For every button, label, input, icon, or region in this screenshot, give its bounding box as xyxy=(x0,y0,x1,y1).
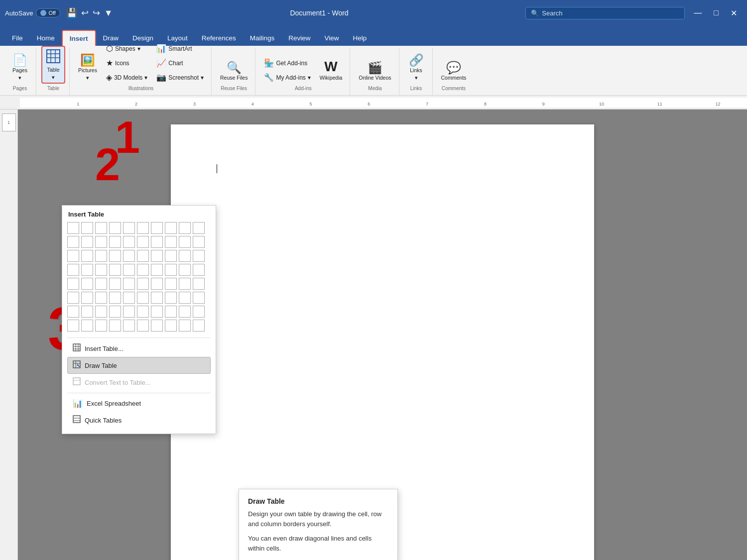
grid-cell[interactable] xyxy=(123,306,135,318)
grid-cell[interactable] xyxy=(81,320,93,332)
grid-cell[interactable] xyxy=(123,250,135,262)
grid-cell[interactable] xyxy=(165,222,177,234)
online-videos-button[interactable]: 🎬 Online Videos xyxy=(355,59,394,84)
grid-cell[interactable] xyxy=(67,222,79,234)
quick-tables-option[interactable]: Quick Tables xyxy=(67,412,211,429)
grid-cell[interactable] xyxy=(81,292,93,304)
grid-cell[interactable] xyxy=(95,306,107,318)
grid-cell[interactable] xyxy=(137,264,149,276)
grid-cell[interactable] xyxy=(179,320,191,332)
grid-cell[interactable] xyxy=(67,306,79,318)
grid-cell[interactable] xyxy=(95,222,107,234)
tab-home[interactable]: Home xyxy=(30,30,62,46)
reuse-files-button[interactable]: 🔍 Reuse Files xyxy=(217,59,251,84)
grid-cell[interactable] xyxy=(95,236,107,248)
minimize-button[interactable]: — xyxy=(689,5,707,21)
excel-spreadsheet-option[interactable]: 📊 Excel Spreadsheet xyxy=(67,395,211,412)
grid-cell[interactable] xyxy=(151,222,163,234)
grid-cell[interactable] xyxy=(179,306,191,318)
grid-cell[interactable] xyxy=(123,278,135,290)
grid-cell[interactable] xyxy=(137,320,149,332)
tab-help[interactable]: Help xyxy=(346,30,374,46)
grid-cell[interactable] xyxy=(165,306,177,318)
grid-cell[interactable] xyxy=(165,320,177,332)
grid-cell[interactable] xyxy=(151,292,163,304)
3dmodels-button[interactable]: ◈ 3D Models ▾ xyxy=(103,71,151,84)
grid-cell[interactable] xyxy=(193,278,205,290)
table-button[interactable]: Table ▾ xyxy=(41,46,65,84)
table-grid[interactable] xyxy=(67,222,211,333)
grid-cell[interactable] xyxy=(109,320,121,332)
grid-cell[interactable] xyxy=(95,250,107,262)
customize-icon[interactable]: ▼ xyxy=(104,8,113,18)
grid-cell[interactable] xyxy=(193,306,205,318)
grid-cell[interactable] xyxy=(151,250,163,262)
get-addins-button[interactable]: 🏪 Get Add-ins xyxy=(260,57,314,69)
tab-file[interactable]: File xyxy=(5,30,30,46)
grid-cell[interactable] xyxy=(179,250,191,262)
chart-button[interactable]: 📈 Chart xyxy=(153,57,207,69)
grid-cell[interactable] xyxy=(67,320,79,332)
shapes-button[interactable]: ⬡ Shapes ▾ xyxy=(103,42,151,55)
redo-icon[interactable]: ↪ xyxy=(93,7,100,18)
grid-cell[interactable] xyxy=(193,320,205,332)
close-button[interactable]: ✕ xyxy=(726,5,742,21)
grid-cell[interactable] xyxy=(95,278,107,290)
pages-button[interactable]: 📄 Pages ▾ xyxy=(8,52,32,84)
grid-cell[interactable] xyxy=(165,264,177,276)
grid-cell[interactable] xyxy=(109,236,121,248)
tab-view[interactable]: View xyxy=(317,30,346,46)
draw-table-option[interactable]: Draw Table xyxy=(67,357,211,374)
grid-cell[interactable] xyxy=(123,236,135,248)
grid-cell[interactable] xyxy=(137,292,149,304)
grid-cell[interactable] xyxy=(109,264,121,276)
grid-cell[interactable] xyxy=(81,264,93,276)
grid-cell[interactable] xyxy=(179,222,191,234)
grid-cell[interactable] xyxy=(165,278,177,290)
grid-cell[interactable] xyxy=(123,292,135,304)
grid-cell[interactable] xyxy=(123,222,135,234)
grid-cell[interactable] xyxy=(109,222,121,234)
grid-cell[interactable] xyxy=(151,278,163,290)
grid-cell[interactable] xyxy=(95,264,107,276)
grid-cell[interactable] xyxy=(123,264,135,276)
maximize-button[interactable]: □ xyxy=(709,5,724,21)
grid-cell[interactable] xyxy=(151,236,163,248)
grid-cell[interactable] xyxy=(151,320,163,332)
grid-cell[interactable] xyxy=(67,250,79,262)
undo-icon[interactable]: ↩ xyxy=(81,7,89,18)
grid-cell[interactable] xyxy=(81,278,93,290)
grid-cell[interactable] xyxy=(67,236,79,248)
grid-cell[interactable] xyxy=(81,250,93,262)
grid-cell[interactable] xyxy=(81,306,93,318)
grid-cell[interactable] xyxy=(137,278,149,290)
grid-cell[interactable] xyxy=(137,250,149,262)
grid-cell[interactable] xyxy=(67,264,79,276)
grid-cell[interactable] xyxy=(81,236,93,248)
grid-cell[interactable] xyxy=(165,292,177,304)
grid-cell[interactable] xyxy=(179,264,191,276)
screenshot-button[interactable]: 📷 Screenshot ▾ xyxy=(153,71,207,84)
grid-cell[interactable] xyxy=(179,278,191,290)
grid-cell[interactable] xyxy=(137,236,149,248)
grid-cell[interactable] xyxy=(137,306,149,318)
icons-button[interactable]: ★ Icons xyxy=(103,57,151,69)
grid-cell[interactable] xyxy=(193,222,205,234)
search-bar[interactable]: 🔍 Search xyxy=(525,7,685,19)
grid-cell[interactable] xyxy=(151,306,163,318)
wikipedia-button[interactable]: W Wikipedia xyxy=(316,57,346,84)
grid-cell[interactable] xyxy=(67,292,79,304)
grid-cell[interactable] xyxy=(193,236,205,248)
links-button[interactable]: 🔗 Links ▾ xyxy=(404,52,428,84)
grid-cell[interactable] xyxy=(179,236,191,248)
comments-button[interactable]: 💬 Comments xyxy=(438,59,470,84)
my-addins-button[interactable]: 🔧 My Add-ins ▾ xyxy=(260,71,314,84)
grid-cell[interactable] xyxy=(193,250,205,262)
autosave-toggle[interactable]: Off xyxy=(36,8,60,17)
grid-cell[interactable] xyxy=(95,320,107,332)
save-icon[interactable]: 💾 xyxy=(66,7,77,18)
grid-cell[interactable] xyxy=(151,264,163,276)
grid-cell[interactable] xyxy=(165,236,177,248)
tab-review[interactable]: Review xyxy=(281,30,317,46)
grid-cell[interactable] xyxy=(109,292,121,304)
